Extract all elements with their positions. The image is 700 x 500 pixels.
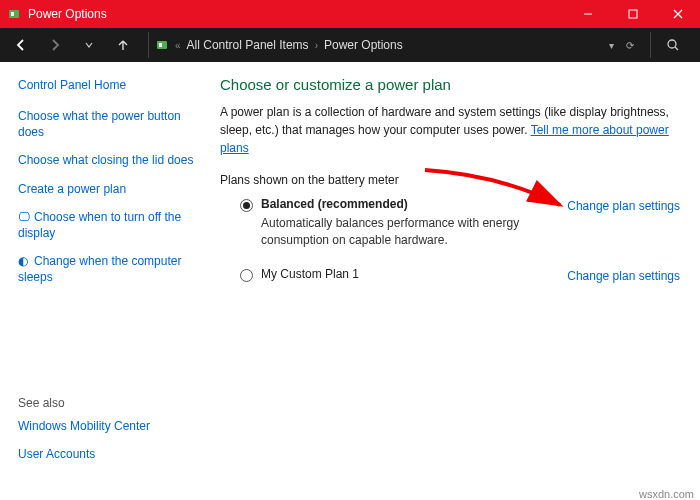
sidebar-link-turn-off-display[interactable]: 🖵Choose when to turn off the display <box>18 209 200 241</box>
svg-line-9 <box>675 47 678 50</box>
sleep-icon: ◐ <box>18 253 32 269</box>
sidebar-link-mobility-center[interactable]: Windows Mobility Center <box>18 418 200 434</box>
plan-balanced: Balanced (recommended) Automatically bal… <box>220 197 680 249</box>
sidebar-link-power-button[interactable]: Choose what the power button does <box>18 108 200 140</box>
chevron-right-icon: › <box>315 40 318 51</box>
display-icon: 🖵 <box>18 209 32 225</box>
refresh-icon[interactable]: ⟳ <box>626 40 634 51</box>
sidebar-link-closing-lid[interactable]: Choose what closing the lid does <box>18 152 200 168</box>
svg-rect-3 <box>629 10 637 18</box>
breadcrumb-current[interactable]: Power Options <box>324 38 403 52</box>
search-button[interactable] <box>650 32 694 58</box>
plan-custom: My Custom Plan 1 Change plan settings <box>220 267 680 283</box>
page-description: A power plan is a collection of hardware… <box>220 103 680 157</box>
sidebar: Control Panel Home Choose what the power… <box>0 62 210 482</box>
page-heading: Choose or customize a power plan <box>220 76 680 93</box>
breadcrumb-parent[interactable]: All Control Panel Items <box>187 38 309 52</box>
power-options-icon <box>6 6 22 22</box>
plan-name-balanced[interactable]: Balanced (recommended) <box>261 197 557 211</box>
plans-subheading: Plans shown on the battery meter <box>220 173 680 187</box>
sidebar-link-user-accounts[interactable]: User Accounts <box>18 446 200 462</box>
change-plan-settings-balanced[interactable]: Change plan settings <box>567 199 680 213</box>
main-panel: Choose or customize a power plan A power… <box>210 62 700 482</box>
content-area: Control Panel Home Choose what the power… <box>0 62 700 482</box>
window-title: Power Options <box>28 7 107 21</box>
see-also-heading: See also <box>18 396 200 410</box>
up-button[interactable] <box>108 32 138 58</box>
radio-balanced[interactable] <box>240 199 253 212</box>
chevron-left-icon: « <box>175 40 181 51</box>
plan-name-custom[interactable]: My Custom Plan 1 <box>261 267 557 281</box>
titlebar: Power Options <box>0 0 700 28</box>
address-dropdown-icon[interactable]: ▾ <box>609 40 614 51</box>
radio-custom[interactable] <box>240 269 253 282</box>
back-button[interactable] <box>6 32 36 58</box>
recent-dropdown[interactable] <box>74 32 104 58</box>
svg-rect-1 <box>11 12 14 16</box>
svg-point-8 <box>668 40 676 48</box>
maximize-button[interactable] <box>610 0 655 28</box>
address-bar[interactable]: « All Control Panel Items › Power Option… <box>148 32 640 58</box>
close-button[interactable] <box>655 0 700 28</box>
change-plan-settings-custom[interactable]: Change plan settings <box>567 269 680 283</box>
plan-desc-balanced: Automatically balances performance with … <box>261 215 557 249</box>
navbar: « All Control Panel Items › Power Option… <box>0 28 700 62</box>
forward-button[interactable] <box>40 32 70 58</box>
sidebar-link-computer-sleeps[interactable]: ◐Change when the computer sleeps <box>18 253 200 285</box>
svg-rect-7 <box>159 43 162 47</box>
control-panel-icon <box>155 38 169 52</box>
sidebar-link-create-plan[interactable]: Create a power plan <box>18 181 200 197</box>
control-panel-home-link[interactable]: Control Panel Home <box>18 78 200 92</box>
minimize-button[interactable] <box>565 0 610 28</box>
watermark: wsxdn.com <box>639 488 694 500</box>
